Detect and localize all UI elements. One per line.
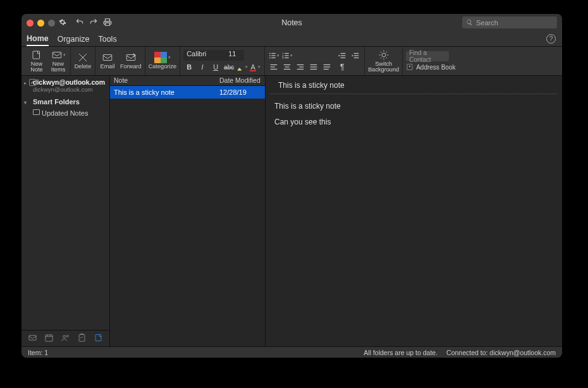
find-contact-input[interactable]: Find a Contact xyxy=(406,51,449,61)
svg-rect-30 xyxy=(324,66,331,67)
titlebar: Notes Search xyxy=(21,14,562,32)
sidebar: ▸ dickwyn@outlook.com dickwyn@outlook.co… xyxy=(21,76,110,346)
print-icon[interactable] xyxy=(103,18,112,28)
status-item-count: Item: 1 xyxy=(28,349,116,356)
svg-rect-28 xyxy=(310,68,317,69)
smart-folders-label: Smart Folders xyxy=(33,98,80,106)
column-date[interactable]: Date Modified xyxy=(216,76,265,85)
notes-module-button[interactable] xyxy=(94,333,103,344)
tab-home[interactable]: Home xyxy=(27,32,49,46)
note-icon xyxy=(31,49,42,61)
delete-label: Delete xyxy=(75,64,92,70)
svg-rect-37 xyxy=(354,57,359,58)
numbering-button[interactable]: 123▾ xyxy=(281,51,293,61)
maximize-window-button[interactable] xyxy=(48,20,55,27)
minimize-window-button[interactable] xyxy=(37,20,44,27)
delete-button[interactable]: Delete xyxy=(74,52,92,70)
svg-point-40 xyxy=(409,66,410,67)
svg-point-5 xyxy=(269,52,271,54)
address-book-button[interactable]: Address Book xyxy=(406,63,455,71)
align-distribute-button[interactable] xyxy=(321,62,333,72)
align-right-button[interactable] xyxy=(295,62,306,72)
email-button[interactable]: Email xyxy=(99,52,116,70)
close-window-button[interactable] xyxy=(27,20,34,27)
delete-icon xyxy=(77,52,89,63)
undo-icon[interactable] xyxy=(75,18,84,28)
tasks-module-button[interactable] xyxy=(77,333,87,344)
status-connection: Connected to: dickwyn@outlook.com xyxy=(446,349,556,356)
smart-folders-header[interactable]: ▾ Smart Folders xyxy=(21,94,109,107)
strikethrough-button[interactable]: abc xyxy=(223,62,235,72)
italic-button[interactable]: I xyxy=(197,62,208,72)
increase-indent-button[interactable] xyxy=(350,51,361,61)
font-color-button[interactable]: A▾ xyxy=(250,62,261,72)
note-subject: This is a sticky note xyxy=(271,76,557,94)
categorize-button[interactable]: ▾ Categorize xyxy=(149,52,176,70)
list-header: Note Date Modified xyxy=(110,76,265,86)
svg-point-7 xyxy=(269,55,271,56)
search-input[interactable]: Search xyxy=(462,16,557,28)
font-size-select[interactable]: 11 xyxy=(225,50,244,61)
window-controls xyxy=(27,20,55,27)
paragraph-button[interactable]: ¶ xyxy=(336,62,348,72)
svg-rect-1 xyxy=(52,52,61,58)
note-line: This is a sticky note xyxy=(274,100,553,112)
svg-rect-32 xyxy=(341,52,346,53)
note-line: Can you see this xyxy=(274,116,553,128)
note-body[interactable]: This is a sticky note Can you see this xyxy=(266,94,562,346)
account-sub: dickwyn@outlook.com xyxy=(33,86,106,93)
align-center-button[interactable] xyxy=(281,62,293,72)
account-item[interactable]: ▸ dickwyn@outlook.com dickwyn@outlook.co… xyxy=(21,76,109,94)
svg-rect-16 xyxy=(285,57,288,58)
svg-rect-12 xyxy=(285,52,288,53)
bullets-button[interactable]: ▾ xyxy=(268,51,279,61)
people-module-button[interactable] xyxy=(61,333,70,344)
redo-icon[interactable] xyxy=(89,18,98,28)
chevron-right-icon: ▸ xyxy=(24,80,27,86)
svg-rect-2 xyxy=(103,55,112,61)
svg-rect-26 xyxy=(310,64,317,64)
svg-rect-34 xyxy=(341,57,346,58)
font-name-select[interactable]: Calibri xyxy=(183,50,226,61)
tab-organize[interactable]: Organize xyxy=(58,33,90,45)
column-note[interactable]: Note xyxy=(110,76,216,85)
calendar-module-button[interactable] xyxy=(44,333,54,344)
help-icon[interactable]: ? xyxy=(546,34,556,44)
svg-rect-17 xyxy=(271,64,278,64)
switch-background-label: Switch Background xyxy=(368,61,399,73)
switch-background-button[interactable]: Switch Background xyxy=(368,49,399,73)
svg-rect-22 xyxy=(284,68,291,69)
align-justify-button[interactable] xyxy=(308,62,319,72)
underline-button[interactable]: U xyxy=(210,62,221,72)
categorize-label: Categorize xyxy=(149,64,176,70)
folder-icon xyxy=(33,109,40,115)
app-window: Notes Search Home Organize Tools ? New N… xyxy=(21,14,562,358)
bold-button[interactable]: B xyxy=(183,62,195,72)
menu-tabs: Home Organize Tools ? xyxy=(21,32,562,47)
svg-rect-31 xyxy=(324,68,329,69)
settings-gear-icon[interactable] xyxy=(59,18,66,28)
window-title: Notes xyxy=(281,18,302,27)
new-note-button[interactable]: New Note xyxy=(28,49,46,73)
svg-rect-24 xyxy=(299,66,303,67)
updated-notes-label: Updated Notes xyxy=(42,109,88,117)
svg-point-43 xyxy=(63,336,66,338)
tab-tools[interactable]: Tools xyxy=(98,33,116,45)
svg-rect-10 xyxy=(271,57,275,58)
module-switcher xyxy=(21,330,109,346)
highlight-button[interactable]: ▾ xyxy=(236,62,248,72)
forward-button[interactable]: Forward xyxy=(120,52,142,70)
note-content-pane: This is a sticky note This is a sticky n… xyxy=(266,76,562,346)
new-items-button[interactable]: ▾ New Items xyxy=(49,49,67,73)
decrease-indent-button[interactable] xyxy=(336,51,348,61)
checkbox-icon[interactable] xyxy=(29,79,36,86)
svg-rect-19 xyxy=(271,68,278,69)
svg-point-44 xyxy=(66,335,68,337)
sidebar-item-updated-notes[interactable]: Updated Notes xyxy=(21,107,109,119)
align-left-button[interactable] xyxy=(268,62,279,72)
mail-module-button[interactable] xyxy=(28,333,37,344)
email-icon xyxy=(102,52,113,63)
email-label: Email xyxy=(101,64,115,70)
list-row[interactable]: This is a sticky note 12/28/19 xyxy=(110,86,265,99)
svg-rect-20 xyxy=(284,64,291,64)
